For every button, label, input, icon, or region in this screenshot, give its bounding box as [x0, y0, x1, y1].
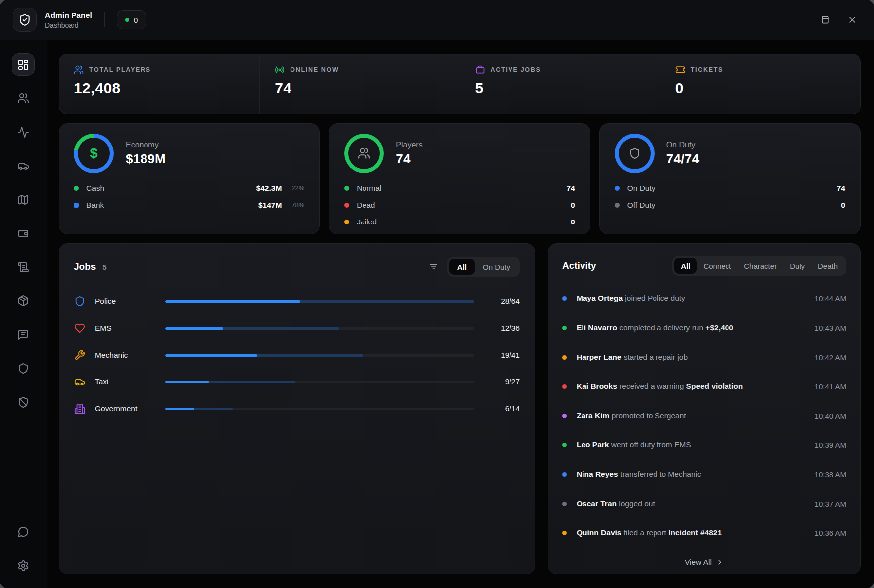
stats-strip: TOTAL PLAYERS 12,408 ONLINE NOW 74 ACTIV…: [59, 54, 861, 114]
sidebar-item-map[interactable]: [12, 188, 35, 211]
card-title: Economy: [126, 141, 166, 149]
sidebar-item-moderation[interactable]: [12, 357, 35, 380]
stat-total-players: TOTAL PLAYERS 12,408: [59, 54, 259, 114]
card-value: $189M: [126, 151, 166, 167]
sidebar-item-dashboard[interactable]: [12, 53, 35, 76]
card-value: 74: [396, 151, 422, 167]
stat-active-jobs: ACTIVE JOBS 5: [460, 54, 660, 114]
chat-bubble-icon: [17, 526, 29, 538]
users-icon: [358, 147, 370, 160]
admin-panel-window: Admin Panel Dashboard 0: [0, 0, 874, 588]
briefcase-icon: [475, 65, 485, 74]
card-title: Players: [396, 141, 422, 149]
window-maximize-button[interactable]: [818, 13, 832, 27]
window-maximize-icon: [820, 15, 830, 25]
job-bar-fill: [165, 354, 257, 357]
job-row-mechanic: Mechanic 19/41: [74, 348, 520, 362]
activity-row: Leo Park went off duty from EMS 10:39 AM: [562, 439, 846, 451]
tab-all[interactable]: All: [674, 258, 697, 274]
settings-gear-icon: [17, 560, 29, 572]
message-square-icon: [17, 329, 29, 341]
duty-donut: [615, 134, 655, 173]
shield-check-icon: [18, 13, 31, 26]
sidebar-item-settings[interactable]: [12, 554, 35, 577]
map-icon: [17, 194, 29, 206]
car-icon: [17, 160, 29, 172]
online-count-badge[interactable]: 0: [117, 10, 146, 29]
activity-row: Quinn Davis filed a report Incident #482…: [562, 527, 846, 539]
taxi-car-icon: [74, 376, 86, 387]
jobs-filter-all[interactable]: All: [449, 259, 475, 275]
page-title: Admin Panel: [45, 11, 92, 20]
bottom-row: Jobs 5 All On Duty Police: [59, 243, 861, 574]
stat-value: 74: [275, 80, 459, 97]
tab-connect[interactable]: Connect: [697, 258, 737, 274]
sidebar-item-inventory[interactable]: [12, 290, 35, 312]
legend-row-jailed: Jailed 0: [344, 216, 575, 227]
card-title: On Duty: [666, 141, 700, 149]
jobs-count: 5: [102, 263, 106, 271]
tab-death[interactable]: Death: [811, 258, 844, 274]
stat-label: ACTIVE JOBS: [491, 66, 541, 73]
job-progress-bar: [165, 327, 474, 330]
job-progress-bar: [165, 381, 474, 383]
chevron-right-icon: [716, 558, 724, 566]
activity-row: Nina Reyes transferred to Mechanic 10:38…: [562, 468, 846, 480]
building-icon: [74, 403, 86, 414]
sidebar-item-players[interactable]: [12, 87, 35, 110]
job-progress-bar: [165, 300, 474, 303]
cash-dot: [74, 186, 79, 191]
app-logo: [13, 8, 37, 32]
activity-row: Zara Kim promoted to Sergeant 10:40 AM: [562, 410, 846, 422]
stat-value: 0: [675, 80, 860, 97]
activity-row: Harper Lane started a repair job 10:42 A…: [562, 351, 846, 363]
players-card: Players 74 Normal 74 Dead: [329, 123, 590, 234]
stat-value: 5: [475, 80, 660, 97]
legend-row-cash: Cash $42.3M 22%: [74, 182, 304, 194]
sidebar-item-bans[interactable]: [12, 391, 35, 414]
view-all-button[interactable]: View All: [548, 550, 860, 574]
overview-row: $ Economy $189M Cash $42.3M: [59, 123, 861, 234]
package-icon: [17, 295, 29, 307]
tab-character[interactable]: Character: [737, 258, 783, 274]
activity-row: Maya Ortega joined Police duty 10:44 AM: [562, 293, 846, 304]
topbar-divider: [104, 12, 105, 27]
sidebar-item-support[interactable]: [12, 520, 35, 543]
tab-duty[interactable]: Duty: [783, 258, 811, 274]
heart-icon: [74, 323, 86, 334]
card-value: 74/74: [666, 151, 700, 167]
users-icon: [74, 65, 84, 74]
online-status-dot: [125, 18, 129, 22]
economy-donut: $: [74, 134, 114, 173]
jobs-card: Jobs 5 All On Duty Police: [59, 243, 535, 574]
stat-value: 12,408: [74, 80, 259, 97]
sidebar-item-chat[interactable]: [12, 323, 35, 346]
bank-dot: [74, 203, 79, 208]
activity-row: Kai Brooks received a warning Speed viol…: [562, 380, 846, 392]
sidebar-item-activity[interactable]: [12, 121, 35, 144]
sidebar-item-economy[interactable]: [12, 222, 35, 245]
activity-tabs: All Connect Character Duty Death: [672, 256, 846, 276]
job-row-ems: EMS 12/36: [74, 321, 520, 335]
shield-icon: [629, 147, 641, 159]
jobs-filter-onduty[interactable]: On Duty: [475, 259, 518, 275]
window-close-button[interactable]: [845, 13, 859, 27]
filter-lines-icon[interactable]: [429, 262, 438, 272]
job-bar-fill: [165, 408, 194, 410]
legend-row-normal: Normal 74: [344, 182, 575, 194]
job-row-taxi: Taxi 9/27: [74, 375, 520, 389]
stat-label: ONLINE NOW: [290, 66, 339, 73]
shield-icon: [74, 296, 86, 307]
sidebar-item-logs[interactable]: [12, 256, 35, 279]
activity-title: Activity: [562, 260, 596, 271]
stat-online-now: ONLINE NOW 74: [259, 54, 459, 114]
jobs-filter-toggle: All On Duty: [447, 257, 520, 277]
legend-row-bank: Bank $147M 78%: [74, 199, 304, 211]
sidebar-item-vehicles[interactable]: [12, 154, 35, 177]
activity-row: Oscar Tran logged out 10:37 AM: [562, 498, 846, 510]
layout-dashboard-icon: [17, 59, 29, 71]
jobs-title: Jobs: [74, 261, 96, 272]
job-progress-bar: [165, 408, 474, 410]
activity-card: Activity All Connect Character Duty Deat…: [548, 243, 861, 574]
job-row-government: Government 6/14: [74, 402, 520, 416]
